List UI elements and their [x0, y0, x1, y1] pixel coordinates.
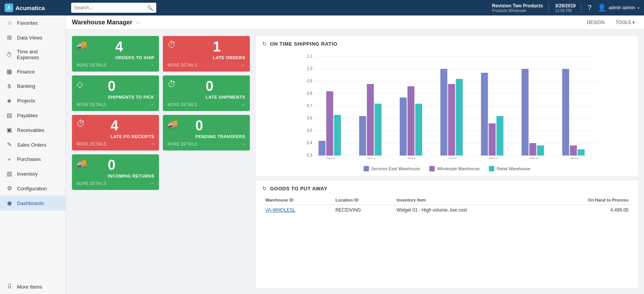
- warehouse-id-link[interactable]: VA-WHOLESL: [265, 207, 296, 213]
- pending-transfers-icon: 🚚: [167, 119, 178, 129]
- sidebar-item-payables[interactable]: ▤ Payables: [0, 108, 65, 123]
- brand-logo[interactable]: A Acumatica: [5, 3, 67, 12]
- table-refresh-icon[interactable]: ↻: [262, 185, 267, 191]
- svg-rect-31: [448, 84, 455, 156]
- card-incoming-returns[interactable]: 🚚 0 INCOMING RETURNS MORE DETAILS →: [72, 154, 159, 190]
- sidebar-item-dashboards[interactable]: ◉ Dashboards: [0, 196, 65, 210]
- late-shipments-more[interactable]: MORE DETAILS: [167, 103, 197, 107]
- date-text: 3/29/2019: [555, 3, 576, 9]
- sidebar-item-banking[interactable]: $ Banking: [0, 79, 65, 93]
- card-late-shipments[interactable]: ⏱ 0 LATE SHIPMENTS MORE DETAILS →: [163, 75, 250, 111]
- svg-rect-28: [415, 104, 422, 156]
- chart-title: ON TIME SHIPPING RATIO: [270, 41, 337, 47]
- orders-ship-icon: 🚚: [77, 40, 87, 50]
- goods-table-section: ↻ GOODS TO PUT AWAY Warehouse ID Locatio…: [256, 181, 638, 288]
- legend-dot-wholesale: [429, 166, 435, 171]
- svg-text:2018: 2018: [529, 157, 538, 159]
- shipments-pick-number: 0: [108, 79, 154, 93]
- sidebar-item-more-items[interactable]: ⠿ More Items: [0, 279, 65, 294]
- sidebar-item-data-views[interactable]: ⊞ Data Views: [0, 30, 65, 45]
- svg-text:1.1: 1.1: [307, 54, 313, 58]
- svg-rect-27: [408, 86, 415, 156]
- user-chevron-icon: ▾: [637, 6, 639, 10]
- card-late-orders[interactable]: ⏱ 1 LATE ORDERS MORE DETAILS →: [163, 36, 250, 72]
- favorite-star-icon[interactable]: ☆: [135, 19, 140, 26]
- late-orders-number: 1: [213, 40, 245, 54]
- svg-rect-32: [456, 79, 463, 156]
- late-po-icon: ⏱: [77, 119, 85, 129]
- dashboard: 🚚 4 ORDERS TO SHIP MORE DETAILS →: [66, 30, 644, 294]
- svg-rect-43: [570, 145, 577, 156]
- user-section[interactable]: 👤 admin admin ▾: [598, 3, 639, 12]
- svg-text:0.4: 0.4: [307, 141, 313, 145]
- sidebar-label-finance: Finance: [17, 69, 35, 75]
- sidebar-label-time-expenses: Time and Expenses: [17, 49, 60, 60]
- sidebar-item-configuration[interactable]: ⚙ Configuration: [0, 181, 65, 196]
- late-orders-more[interactable]: MORE DETAILS: [167, 63, 197, 67]
- pending-transfers-more[interactable]: MORE DETAILS: [167, 142, 197, 146]
- sidebar-label-purchases: Purchases: [17, 156, 41, 162]
- svg-rect-18: [319, 141, 326, 156]
- goods-table: Warehouse ID Location ID Inventory Item …: [262, 195, 632, 215]
- svg-text:0.3: 0.3: [307, 153, 313, 157]
- svg-rect-23: [367, 84, 374, 156]
- table-header: ↻ GOODS TO PUT AWAY: [262, 185, 632, 191]
- card-pending-transfers[interactable]: 🚚 0 PENDING TRANSFERS MORE DETAILS →: [163, 115, 250, 150]
- incoming-returns-arrow-icon: →: [150, 181, 154, 186]
- date-selector[interactable]: 3/29/2019 12:56 PM: [555, 3, 581, 13]
- card-row-2: ◇ 0 SHIPMENTS TO PICK MORE DETAILS →: [72, 75, 250, 111]
- card-shipments-to-pick[interactable]: ◇ 0 SHIPMENTS TO PICK MORE DETAILS →: [72, 75, 159, 111]
- page-title-row: Warehouse Manager ☆: [72, 19, 140, 26]
- late-po-more[interactable]: MORE DETAILS: [77, 142, 106, 146]
- help-icon[interactable]: ?: [588, 4, 591, 12]
- svg-text:2014: 2014: [367, 157, 376, 159]
- shipments-pick-arrow-icon: →: [150, 102, 154, 107]
- orders-ship-arrow-icon: →: [150, 62, 154, 68]
- sidebar-item-sales-orders[interactable]: ✎ Sales Orders: [0, 137, 65, 152]
- col-location-id: Location ID: [332, 195, 393, 205]
- inventory-icon: ▥: [5, 170, 13, 177]
- pending-transfers-number: 0: [195, 119, 245, 133]
- cell-warehouse-id: VA-WHOLESL: [262, 205, 332, 215]
- sidebar-item-purchases[interactable]: + Purchases: [0, 152, 65, 166]
- receivables-icon: ▣: [5, 126, 13, 133]
- sidebar-item-finance[interactable]: ▦ Finance: [0, 64, 65, 79]
- sidebar-label-receivables: Receivables: [17, 127, 44, 133]
- incoming-returns-more[interactable]: MORE DETAILS: [77, 181, 106, 186]
- company-selector[interactable]: Revision Two Products Products Wholesale: [492, 3, 549, 13]
- payables-icon: ▤: [5, 112, 13, 119]
- card-row-1: 🚚 4 ORDERS TO SHIP MORE DETAILS →: [72, 36, 250, 72]
- sidebar-label-payables: Payables: [17, 113, 38, 118]
- orders-ship-label: ORDERS TO SHIP: [115, 55, 154, 60]
- sidebar-item-projects[interactable]: ◈ Projects: [0, 93, 65, 108]
- orders-ship-more[interactable]: MORE DETAILS: [77, 63, 106, 67]
- search-input[interactable]: [74, 5, 145, 10]
- sidebar-item-inventory[interactable]: ▥ Inventory: [0, 166, 65, 181]
- late-shipments-number: 0: [206, 79, 245, 93]
- design-button[interactable]: DESIGN: [584, 19, 608, 26]
- svg-rect-34: [481, 73, 488, 156]
- svg-rect-42: [562, 69, 569, 156]
- svg-text:0.9: 0.9: [307, 79, 313, 83]
- tools-button[interactable]: TOOLS ▾: [612, 19, 638, 26]
- nav-right: Revision Two Products Products Wholesale…: [492, 3, 639, 13]
- top-navigation: A Acumatica 🔍 Revision Two Products Prod…: [0, 0, 644, 15]
- card-late-po-receipts[interactable]: ⏱ 4 LATE PO RECEIPTS MORE DETAILS →: [72, 115, 159, 150]
- svg-rect-44: [578, 149, 585, 156]
- svg-text:2016: 2016: [448, 157, 457, 159]
- pending-transfers-label: PENDING TRANSFERS: [195, 134, 245, 139]
- sidebar-item-receivables[interactable]: ▣ Receivables: [0, 123, 65, 137]
- time-expenses-icon: ⏱: [5, 51, 13, 58]
- card-orders-to-ship[interactable]: 🚚 4 ORDERS TO SHIP MORE DETAILS →: [72, 36, 159, 72]
- sidebar-item-favorites[interactable]: ☆ Favorites: [0, 15, 65, 30]
- finance-icon: ▦: [5, 68, 13, 75]
- shipments-pick-more[interactable]: MORE DETAILS: [77, 103, 106, 107]
- sidebar-label-sales-orders: Sales Orders: [17, 142, 46, 148]
- chart-refresh-icon[interactable]: ↻: [262, 41, 267, 47]
- search-bar[interactable]: 🔍: [71, 3, 156, 13]
- shipments-pick-label: SHIPMENTS TO PICK: [108, 95, 154, 99]
- incoming-returns-icon: 🚚: [77, 158, 87, 168]
- sidebar-item-time-expenses[interactable]: ⏱ Time and Expenses: [0, 45, 65, 64]
- legend-label-retail: Retail Warehouse: [497, 166, 530, 171]
- orders-ship-number: 4: [115, 40, 154, 54]
